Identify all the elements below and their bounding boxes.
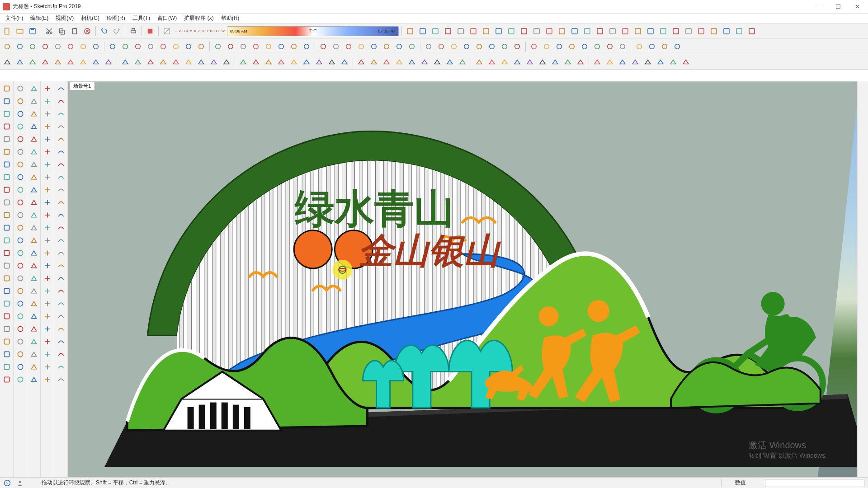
side-btn-c2-16[interactable] bbox=[15, 286, 26, 296]
side-btn-c5-15[interactable] bbox=[56, 273, 66, 284]
print-button[interactable] bbox=[128, 26, 139, 37]
paste-button[interactable] bbox=[69, 26, 80, 37]
side-btn-c1-9[interactable] bbox=[1, 197, 12, 208]
toolbar-btn-r2-6[interactable] bbox=[78, 41, 89, 52]
toolbar-btn-r1-22[interactable] bbox=[683, 26, 694, 37]
toolbar-btn-r2-56[interactable] bbox=[659, 41, 670, 52]
side-btn-c4-11[interactable] bbox=[42, 222, 53, 233]
toolbar-btn-r2-46[interactable] bbox=[541, 41, 552, 52]
vcb-input[interactable] bbox=[765, 479, 864, 487]
side-btn-c5-23[interactable] bbox=[56, 374, 66, 385]
toolbar-btn-r1-12[interactable] bbox=[557, 26, 567, 37]
side-btn-c1-15[interactable] bbox=[1, 273, 12, 284]
toolbar-btn-r3-15[interactable] bbox=[183, 56, 194, 67]
side-btn-c2-5[interactable] bbox=[15, 146, 26, 157]
toolbar-btn-r2-24[interactable] bbox=[288, 41, 299, 52]
side-btn-c3-18[interactable] bbox=[28, 311, 39, 322]
toolbar-btn-r3-26[interactable] bbox=[314, 56, 325, 67]
toolbar-btn-r3-28[interactable] bbox=[339, 56, 350, 67]
toolbar-btn-r1-21[interactable] bbox=[670, 26, 681, 37]
toolbar-btn-r1-27[interactable] bbox=[746, 26, 757, 37]
side-btn-c3-22[interactable] bbox=[28, 361, 39, 372]
side-btn-c3-11[interactable] bbox=[28, 222, 39, 233]
toolbar-btn-r1-17[interactable] bbox=[620, 26, 631, 37]
toolbar-btn-r2-0[interactable] bbox=[2, 41, 13, 52]
toolbar-btn-r2-54[interactable] bbox=[634, 41, 645, 52]
side-btn-c2-9[interactable] bbox=[15, 197, 26, 208]
toolbar-btn-r2-51[interactable] bbox=[604, 41, 615, 52]
toolbar-btn-r1-25[interactable] bbox=[721, 26, 732, 37]
toolbar-btn-r3-13[interactable] bbox=[158, 56, 169, 67]
menu-help[interactable]: 帮助(H) bbox=[217, 14, 243, 23]
side-btn-c4-21[interactable] bbox=[42, 349, 53, 360]
side-btn-c2-13[interactable] bbox=[15, 248, 26, 258]
toolbar-btn-r3-21[interactable] bbox=[250, 56, 261, 67]
toolbar-btn-r2-31[interactable] bbox=[368, 41, 379, 52]
toolbar-btn-r2-47[interactable] bbox=[554, 41, 565, 52]
side-btn-c2-15[interactable] bbox=[15, 273, 26, 284]
toolbar-btn-r3-16[interactable] bbox=[196, 56, 207, 67]
toolbar-btn-r3-56[interactable] bbox=[668, 56, 679, 67]
toolbar-btn-r2-34[interactable] bbox=[406, 41, 417, 52]
side-btn-c3-1[interactable] bbox=[28, 96, 39, 107]
toolbar-btn-r3-30[interactable] bbox=[356, 56, 367, 67]
toolbar-btn-r1-24[interactable] bbox=[708, 26, 719, 37]
side-btn-c3-2[interactable] bbox=[28, 108, 39, 119]
side-btn-c4-19[interactable] bbox=[42, 324, 53, 334]
side-btn-c3-4[interactable] bbox=[28, 134, 39, 145]
side-btn-c3-9[interactable] bbox=[28, 197, 39, 208]
toolbar-btn-r2-43[interactable] bbox=[512, 41, 523, 52]
toolbar-btn-r3-20[interactable] bbox=[238, 56, 249, 67]
side-btn-c4-12[interactable] bbox=[42, 235, 53, 246]
toolbar-btn-r2-42[interactable] bbox=[499, 41, 510, 52]
toolbar-btn-r1-6[interactable] bbox=[481, 26, 491, 37]
toolbar-btn-r3-53[interactable] bbox=[630, 56, 641, 67]
side-btn-c4-7[interactable] bbox=[42, 172, 53, 183]
side-btn-c3-3[interactable] bbox=[28, 121, 39, 132]
toolbar-btn-r3-0[interactable] bbox=[2, 56, 13, 67]
toolbar-btn-r2-39[interactable] bbox=[461, 41, 472, 52]
toolbar-btn-r1-1[interactable] bbox=[417, 26, 428, 37]
toolbar-btn-r1-7[interactable] bbox=[493, 26, 504, 37]
side-btn-c5-1[interactable] bbox=[56, 96, 66, 107]
side-btn-c5-5[interactable] bbox=[56, 146, 66, 157]
redo-button[interactable] bbox=[111, 26, 122, 37]
toolbar-btn-r3-1[interactable] bbox=[14, 56, 25, 67]
toolbar-btn-r3-7[interactable] bbox=[90, 56, 101, 67]
side-btn-c4-16[interactable] bbox=[42, 286, 53, 296]
toolbar-btn-r2-37[interactable] bbox=[436, 41, 447, 52]
toolbar-btn-r3-6[interactable] bbox=[78, 56, 89, 67]
side-btn-c1-12[interactable] bbox=[1, 235, 12, 246]
toolbar-btn-r3-42[interactable] bbox=[499, 56, 510, 67]
side-btn-c4-3[interactable] bbox=[42, 121, 53, 132]
side-btn-c3-14[interactable] bbox=[28, 260, 39, 271]
side-btn-c1-20[interactable] bbox=[1, 336, 12, 347]
side-btn-c5-20[interactable] bbox=[56, 336, 66, 347]
toolbar-btn-r2-23[interactable] bbox=[276, 41, 287, 52]
toolbar-btn-r2-5[interactable] bbox=[65, 41, 76, 52]
side-btn-c4-6[interactable] bbox=[42, 159, 53, 170]
toolbar-btn-r2-52[interactable] bbox=[617, 41, 628, 52]
side-btn-c5-9[interactable] bbox=[56, 197, 66, 208]
menu-tools[interactable]: 工具(T) bbox=[129, 14, 154, 23]
toolbar-btn-r1-16[interactable] bbox=[607, 26, 618, 37]
toolbar-btn-r2-20[interactable] bbox=[238, 41, 249, 52]
toolbar-btn-r2-36[interactable] bbox=[423, 41, 434, 52]
toolbar-btn-r2-32[interactable] bbox=[381, 41, 392, 52]
toolbar-btn-r3-45[interactable] bbox=[537, 56, 548, 67]
toolbar-btn-r2-12[interactable] bbox=[145, 41, 156, 52]
side-btn-c5-22[interactable] bbox=[56, 361, 66, 372]
toolbar-btn-r3-25[interactable] bbox=[301, 56, 312, 67]
side-btn-c5-14[interactable] bbox=[56, 260, 66, 271]
toolbar-btn-r2-13[interactable] bbox=[158, 41, 169, 52]
side-btn-c2-21[interactable] bbox=[15, 349, 26, 360]
toolbar-btn-r3-44[interactable] bbox=[524, 56, 535, 67]
toolbar-btn-r1-26[interactable] bbox=[734, 26, 745, 37]
viewport[interactable]: 场景号1 bbox=[68, 81, 857, 477]
side-btn-c4-20[interactable] bbox=[42, 336, 53, 347]
side-btn-c4-2[interactable] bbox=[42, 108, 53, 119]
side-btn-c1-2[interactable] bbox=[1, 108, 12, 119]
toolbar-btn-r3-33[interactable] bbox=[394, 56, 405, 67]
toolbar-btn-r3-31[interactable] bbox=[368, 56, 379, 67]
side-btn-c5-10[interactable] bbox=[56, 210, 66, 221]
